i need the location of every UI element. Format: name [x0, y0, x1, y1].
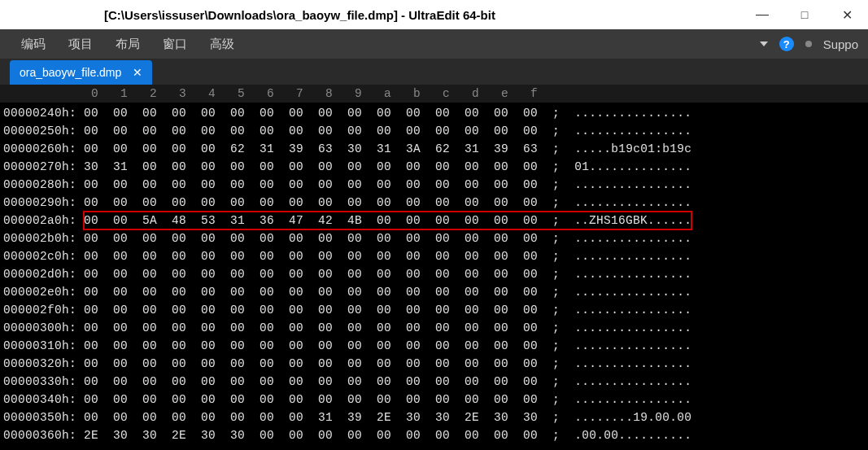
hex-bytes: 00 00 00 00 00 00 00 00 00 00 00 00 00 0…	[84, 250, 538, 263]
hex-row[interactable]: 00000260h: 00 00 00 00 00 62 31 39 63 30…	[3, 140, 865, 158]
hex-address: 000002e0h:	[3, 286, 84, 299]
hex-row[interactable]: 000002f0h: 00 00 00 00 00 00 00 00 00 00…	[3, 301, 865, 319]
hex-separator: ;	[538, 411, 574, 424]
hex-ascii: ................	[574, 339, 691, 352]
tab-file[interactable]: ora_baoyw_file.dmp ✕	[10, 60, 152, 85]
hex-ascii: .00.00..........	[574, 429, 691, 442]
hex-ascii: ................	[574, 304, 691, 317]
hex-bytes: 00 00 00 00 00 00 00 00 00 00 00 00 00 0…	[84, 125, 538, 138]
hex-row[interactable]: 00000270h: 30 31 00 00 00 00 00 00 00 00…	[3, 158, 865, 176]
hex-address: 00000360h:	[3, 429, 84, 442]
hex-ascii: ................	[574, 250, 691, 263]
hex-bytes: 00 00 00 00 00 00 00 00 00 00 00 00 00 0…	[84, 304, 538, 317]
hex-row[interactable]: 00000280h: 00 00 00 00 00 00 00 00 00 00…	[3, 176, 865, 194]
hex-row[interactable]: 00000300h: 00 00 00 00 00 00 00 00 00 00…	[3, 319, 865, 337]
hex-ascii: ................	[574, 357, 691, 370]
hex-ascii: ................	[574, 125, 691, 138]
hex-row[interactable]: 000002c0h: 00 00 00 00 00 00 00 00 00 00…	[3, 247, 865, 265]
hex-ascii: ................	[574, 178, 691, 191]
close-button[interactable]: ✕	[839, 7, 855, 23]
hex-separator: ;	[538, 268, 574, 281]
menu-encoding[interactable]: 编码	[10, 29, 57, 59]
hex-separator: ;	[538, 125, 574, 138]
hex-separator: ;	[538, 393, 574, 406]
hex-bytes: 00 00 00 00 00 00 00 00 00 00 00 00 00 0…	[84, 196, 538, 209]
hex-row[interactable]: 00000310h: 00 00 00 00 00 00 00 00 00 00…	[3, 337, 865, 355]
hex-ascii: ................	[574, 268, 691, 281]
hex-bytes: 00 00 00 00 00 00 00 00 00 00 00 00 00 0…	[84, 107, 538, 120]
chevron-down-icon[interactable]	[760, 42, 768, 46]
hex-address: 00000320h:	[3, 357, 84, 370]
hex-row[interactable]: 00000340h: 00 00 00 00 00 00 00 00 00 00…	[3, 391, 865, 408]
hex-separator: ;	[538, 304, 574, 317]
hex-separator: ;	[538, 429, 574, 442]
hex-address: 00000270h:	[3, 160, 84, 173]
hex-separator: ;	[538, 178, 574, 191]
hex-row[interactable]: 00000350h: 00 00 00 00 00 00 00 00 31 39…	[3, 408, 865, 426]
hex-address: 00000300h:	[3, 321, 84, 334]
hex-separator: ;	[538, 107, 574, 120]
hex-editor-area[interactable]: 00000240h: 00 00 00 00 00 00 00 00 00 00…	[0, 103, 868, 450]
hex-bytes: 00 00 00 00 00 00 00 00 00 00 00 00 00 0…	[84, 339, 538, 352]
support-link[interactable]: Suppo	[823, 37, 858, 51]
menubar-right: ? Suppo	[760, 37, 858, 51]
hex-ascii: ................	[574, 232, 691, 245]
hex-row[interactable]: 000002e0h: 00 00 00 00 00 00 00 00 00 00…	[3, 283, 865, 301]
hex-ascii: ................	[574, 107, 691, 120]
hex-row[interactable]: 000002b0h: 00 00 00 00 00 00 00 00 00 00…	[3, 229, 865, 247]
hex-address: 000002d0h:	[3, 268, 84, 281]
tab-close-icon[interactable]: ✕	[133, 66, 142, 79]
hex-bytes: 00 00 00 00 00 00 00 00 00 00 00 00 00 0…	[84, 286, 538, 299]
hex-separator: ;	[538, 375, 574, 388]
window-controls: — □ ✕	[754, 7, 855, 23]
hex-separator: ;	[538, 160, 574, 173]
help-icon[interactable]: ?	[779, 37, 794, 51]
menu-advanced[interactable]: 高级	[198, 29, 246, 59]
hex-address: 000002b0h:	[3, 232, 84, 245]
maximize-button[interactable]: □	[796, 7, 813, 23]
hex-address: 00000350h:	[3, 411, 84, 424]
hex-separator: ;	[538, 357, 574, 370]
hex-bytes: 00 00 00 00 00 00 00 00 00 00 00 00 00 0…	[84, 321, 538, 334]
window-title: [C:\Users\issuser\Downloads\ora_baoyw_fi…	[104, 8, 754, 22]
hex-address: 00000250h:	[3, 125, 84, 138]
menu-window[interactable]: 窗口	[151, 29, 198, 59]
hex-ascii: .....b19c01:b19c	[574, 142, 691, 155]
hex-bytes: 00 00 00 00 00 00 00 00 31 39 2E 30 30 2…	[84, 411, 538, 424]
hex-address: 00000330h:	[3, 375, 84, 388]
hex-ruler: 0 1 2 3 4 5 6 7 8 9 a b c d e f	[0, 85, 868, 103]
hex-row[interactable]: 000002a0h: 00 00 5A 48 53 31 36 47 42 4B…	[3, 212, 865, 229]
hex-row[interactable]: 00000360h: 2E 30 30 2E 30 30 00 00 00 00…	[3, 426, 865, 444]
hex-address: 00000340h:	[3, 393, 84, 406]
hex-address: 00000290h:	[3, 196, 84, 209]
hex-separator: ;	[538, 286, 574, 299]
hex-row[interactable]: 00000250h: 00 00 00 00 00 00 00 00 00 00…	[3, 122, 865, 140]
hex-ascii: 01..............	[574, 160, 691, 173]
hex-address: 000002a0h:	[3, 214, 84, 227]
hex-separator: ;	[538, 250, 574, 263]
hex-row[interactable]: 00000330h: 00 00 00 00 00 00 00 00 00 00…	[3, 373, 865, 391]
hex-ascii: ................	[574, 196, 691, 209]
hex-bytes: 00 00 00 00 00 62 31 39 63 30 31 3A 62 3…	[84, 142, 538, 155]
hex-bytes: 2E 30 30 2E 30 30 00 00 00 00 00 00 00 0…	[84, 429, 538, 442]
minimize-button[interactable]: —	[754, 7, 770, 23]
hex-ascii: ................	[574, 286, 691, 299]
hex-row[interactable]: 00000290h: 00 00 00 00 00 00 00 00 00 00…	[3, 194, 865, 212]
hex-bytes: 00 00 00 00 00 00 00 00 00 00 00 00 00 0…	[84, 357, 538, 370]
hex-bytes: 00 00 00 00 00 00 00 00 00 00 00 00 00 0…	[84, 375, 538, 388]
hex-address: 00000310h:	[3, 339, 84, 352]
hex-bytes: 30 31 00 00 00 00 00 00 00 00 00 00 00 0…	[84, 160, 538, 173]
menubar: 编码 项目 布局 窗口 高级 ? Suppo	[0, 29, 868, 59]
hex-separator: ;	[538, 339, 574, 352]
hex-bytes: 00 00 00 00 00 00 00 00 00 00 00 00 00 0…	[84, 268, 538, 281]
hex-ascii: ................	[574, 375, 691, 388]
hex-address: 000002c0h:	[3, 250, 84, 263]
menu-layout[interactable]: 布局	[104, 29, 151, 59]
hex-row[interactable]: 00000320h: 00 00 00 00 00 00 00 00 00 00…	[3, 355, 865, 373]
tabbar: ora_baoyw_file.dmp ✕	[0, 59, 868, 85]
menu-project[interactable]: 项目	[57, 29, 104, 59]
hex-row[interactable]: 000002d0h: 00 00 00 00 00 00 00 00 00 00…	[3, 265, 865, 283]
highlighted-hex-data: 00 00 5A 48 53 31 36 47 42 4B 00 00 00 0…	[84, 212, 691, 229]
hex-row[interactable]: 00000240h: 00 00 00 00 00 00 00 00 00 00…	[3, 104, 865, 122]
hex-ascii: ................	[574, 321, 691, 334]
